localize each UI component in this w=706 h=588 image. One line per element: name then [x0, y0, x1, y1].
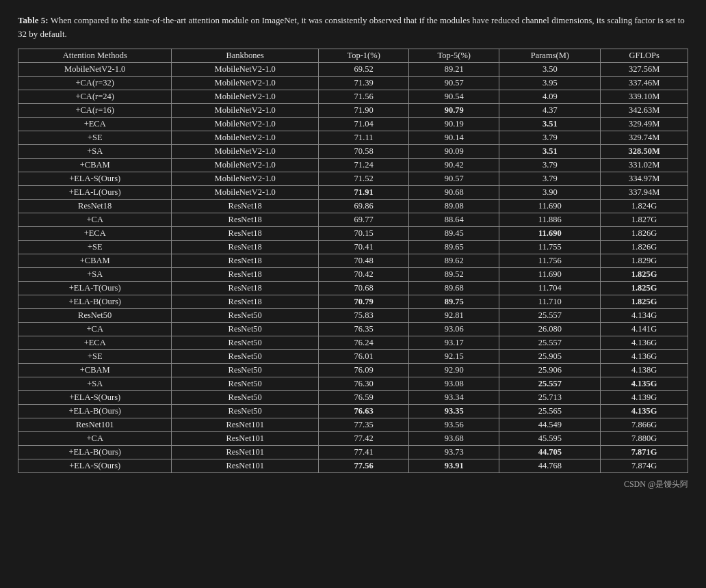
table-cell: +SA: [18, 145, 172, 159]
table-cell: 3.50: [499, 63, 601, 77]
table-row: +ELA-L(Ours)MobileNetV2-1.071.9190.683.9…: [18, 186, 688, 200]
table-cell: 25.557: [499, 336, 601, 350]
table-row: +CAResNet1869.7788.6411.8861.827G: [18, 213, 688, 227]
table-cell: 70.42: [319, 268, 409, 282]
table-cell: +CA(r=16): [18, 104, 172, 118]
table-cell: 93.56: [409, 418, 499, 432]
table-cell: 7.871G: [601, 446, 688, 459]
table-cell: +ELA-S(Ours): [18, 391, 172, 405]
table-cell: ResNet101: [172, 446, 319, 459]
table-cell: +CBAM: [18, 254, 172, 268]
table-row: +CA(r=24)MobileNetV2-1.071.5690.544.0933…: [18, 90, 688, 104]
results-table: Attention MethodsBankbonesTop-1(%)Top-5(…: [18, 49, 688, 473]
table-cell: 93.06: [409, 323, 499, 336]
column-header: Bankbones: [172, 49, 319, 63]
table-cell: ResNet18: [172, 200, 319, 213]
table-cell: ResNet50: [172, 405, 319, 418]
table-cell: 4.134G: [601, 309, 688, 323]
table-row: +SAMobileNetV2-1.070.5890.093.51328.50M: [18, 145, 688, 159]
table-cell: ResNet18: [172, 227, 319, 241]
table-cell: +ELA-S(Ours): [18, 459, 172, 473]
caption-label: Table 5:: [18, 15, 49, 25]
table-cell: MobileNetV2-1.0: [172, 186, 319, 200]
column-header: Top-1(%): [319, 49, 409, 63]
table-cell: 44.768: [499, 459, 601, 473]
table-cell: ResNet50: [172, 336, 319, 350]
table-cell: +CBAM: [18, 159, 172, 172]
column-header: Top-5(%): [409, 49, 499, 63]
table-cell: 7.874G: [601, 459, 688, 473]
table-cell: ResNet50: [172, 309, 319, 323]
table-cell: 4.09: [499, 90, 601, 104]
header-row: Attention MethodsBankbonesTop-1(%)Top-5(…: [18, 49, 688, 63]
table-row: +CAResNet10177.4293.6845.5957.880G: [18, 432, 688, 446]
table-cell: ResNet101: [172, 432, 319, 446]
table-row: +ELA-S(Ours)ResNet5076.5993.3425.7134.13…: [18, 391, 688, 405]
table-cell: 334.97M: [601, 172, 688, 186]
table-row: +CBAMResNet1870.4889.6211.7561.829G: [18, 254, 688, 268]
table-cell: +SE: [18, 350, 172, 364]
table-cell: 76.59: [319, 391, 409, 405]
table-cell: +CBAM: [18, 364, 172, 377]
table-cell: 69.52: [319, 63, 409, 77]
table-cell: 90.09: [409, 145, 499, 159]
table-cell: +SE: [18, 131, 172, 145]
table-cell: 76.63: [319, 405, 409, 418]
table-cell: 70.58: [319, 145, 409, 159]
table-cell: 11.690: [499, 200, 601, 213]
table-cell: 71.04: [319, 118, 409, 131]
table-row: +ECAResNet1870.1589.4511.6901.826G: [18, 227, 688, 241]
table-cell: 11.690: [499, 268, 601, 282]
table-cell: 1.825G: [601, 295, 688, 309]
table-cell: ResNet50: [172, 350, 319, 364]
table-cell: 44.549: [499, 418, 601, 432]
table-cell: +CA(r=32): [18, 77, 172, 90]
table-cell: 71.24: [319, 159, 409, 172]
table-cell: 77.35: [319, 418, 409, 432]
table-cell: 89.21: [409, 63, 499, 77]
table-cell: 88.64: [409, 213, 499, 227]
table-cell: 11.690: [499, 227, 601, 241]
table-cell: 3.79: [499, 172, 601, 186]
table-row: +ECAMobileNetV2-1.071.0490.193.51329.49M: [18, 118, 688, 131]
table-row: +CA(r=32)MobileNetV2-1.071.3990.573.9533…: [18, 77, 688, 90]
table-row: +CBAMMobileNetV2-1.071.2490.423.79331.02…: [18, 159, 688, 172]
table-cell: 329.74M: [601, 131, 688, 145]
table-row: ResNet50ResNet5075.8392.8125.5574.134G: [18, 309, 688, 323]
table-row: ResNet18ResNet1869.8689.0811.6901.824G: [18, 200, 688, 213]
table-cell: MobileNetV2-1.0: [18, 63, 172, 77]
table-cell: ResNet50: [18, 309, 172, 323]
table-cell: +CA: [18, 432, 172, 446]
table-cell: 71.52: [319, 172, 409, 186]
table-row: +CAResNet5076.3593.0626.0804.141G: [18, 323, 688, 336]
table-cell: 337.94M: [601, 186, 688, 200]
table-row: +ELA-S(Ours)MobileNetV2-1.071.5290.573.7…: [18, 172, 688, 186]
table-cell: 26.080: [499, 323, 601, 336]
caption-text: When compared to the state-of-the-art at…: [18, 15, 685, 39]
table-cell: 90.14: [409, 131, 499, 145]
table-cell: 327.56M: [601, 63, 688, 77]
table-cell: 76.35: [319, 323, 409, 336]
table-cell: 70.48: [319, 254, 409, 268]
table-cell: 92.81: [409, 309, 499, 323]
table-cell: ResNet18: [172, 254, 319, 268]
table-cell: +CA: [18, 213, 172, 227]
table-row: ResNet101ResNet10177.3593.5644.5497.866G: [18, 418, 688, 432]
table-cell: 89.52: [409, 268, 499, 282]
table-cell: 77.56: [319, 459, 409, 473]
table-cell: 92.90: [409, 364, 499, 377]
table-cell: 90.57: [409, 77, 499, 90]
table-cell: +SA: [18, 377, 172, 391]
table-cell: 76.09: [319, 364, 409, 377]
table-cell: ResNet18: [172, 213, 319, 227]
table-cell: ResNet101: [172, 459, 319, 473]
table-cell: ResNet18: [172, 241, 319, 254]
table-cell: 89.75: [409, 295, 499, 309]
table-header: Attention MethodsBankbonesTop-1(%)Top-5(…: [18, 49, 688, 63]
table-cell: 4.138G: [601, 364, 688, 377]
table-cell: 93.68: [409, 432, 499, 446]
table-cell: 90.54: [409, 90, 499, 104]
table-body: MobileNetV2-1.0MobileNetV2-1.069.5289.21…: [18, 63, 688, 473]
table-cell: ResNet18: [18, 200, 172, 213]
table-cell: 89.62: [409, 254, 499, 268]
